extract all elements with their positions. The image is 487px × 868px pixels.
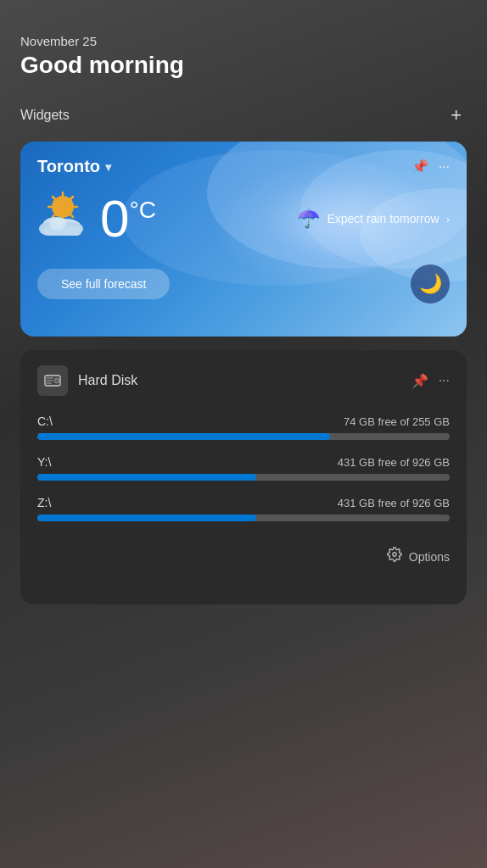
- weather-pin-icon[interactable]: 📌: [411, 159, 428, 175]
- avatar-icon: 🌙: [419, 273, 442, 295]
- disk-widget-actions: 📌 ···: [411, 373, 450, 389]
- drive-y-progress-fill: [37, 474, 256, 481]
- date-text: November 25: [20, 34, 467, 48]
- disk-widget-icon: [37, 365, 68, 396]
- weather-avatar: 🌙: [411, 264, 450, 303]
- drive-y-label: Y:\: [37, 455, 51, 469]
- rain-icon: ☂️: [297, 208, 320, 230]
- svg-line-9: [53, 197, 55, 199]
- add-widget-button[interactable]: +: [445, 103, 467, 128]
- disk-drive-y-row: Y:\ 431 GB free of 926 GB: [37, 455, 450, 469]
- svg-line-11: [70, 197, 73, 199]
- options-gear-icon: [387, 547, 402, 566]
- weather-more-icon[interactable]: ···: [439, 159, 450, 175]
- disk-title-section: Hard Disk: [37, 365, 137, 396]
- disk-drive-y: Y:\ 431 GB free of 926 GB: [37, 455, 450, 481]
- weather-rain-info[interactable]: ☂️ Expect rain tomorrow ›: [297, 208, 450, 230]
- drive-z-progress-bar: [37, 515, 450, 521]
- disk-more-icon[interactable]: ···: [439, 373, 450, 388]
- drive-c-progress-fill: [37, 433, 330, 440]
- disk-drive-c: C:\ 74 GB free of 255 GB: [37, 415, 450, 440]
- svg-line-12: [53, 214, 55, 217]
- weather-actions: 📌 ···: [411, 159, 450, 175]
- drive-z-progress-fill: [37, 515, 256, 521]
- options-row[interactable]: Options: [37, 547, 450, 566]
- greeting-text: Good morning: [20, 52, 467, 79]
- rain-text: Expect rain tomorrow: [327, 212, 439, 225]
- svg-line-10: [70, 214, 73, 217]
- weather-widget: Toronto ▾ 📌 ···: [20, 142, 467, 337]
- weather-location[interactable]: Toronto ▾: [37, 157, 111, 176]
- weather-condition-icon: [37, 190, 92, 248]
- disk-widget: Hard Disk 📌 ··· C:\ 74 GB free of 255 GB…: [20, 350, 467, 604]
- rain-chevron-icon: ›: [446, 213, 450, 225]
- drive-y-progress-bar: [37, 474, 450, 481]
- see-full-forecast-button[interactable]: See full forecast: [37, 269, 170, 299]
- weather-bottom-row: See full forecast 🌙: [37, 264, 450, 303]
- drive-c-progress-bar: [37, 433, 450, 440]
- weather-main: 0°C ☂️ Expect rain tomorrow ›: [37, 190, 450, 248]
- temp-unit: °C: [129, 197, 155, 223]
- disk-drive-z-row: Z:\ 431 GB free of 926 GB: [37, 496, 450, 509]
- temperature-display: 0°C: [100, 192, 156, 245]
- disk-widget-header: Hard Disk 📌 ···: [37, 365, 450, 396]
- drive-z-label: Z:\: [37, 496, 51, 509]
- drive-z-space: 431 GB free of 926 GB: [338, 497, 450, 509]
- header: November 25 Good morning: [20, 34, 467, 79]
- widgets-header: Widgets +: [20, 103, 467, 128]
- location-chevron-icon: ▾: [105, 160, 111, 174]
- widgets-label: Widgets: [20, 108, 70, 123]
- drive-y-space: 431 GB free of 926 GB: [338, 456, 450, 469]
- options-label: Options: [409, 550, 450, 564]
- svg-point-18: [49, 218, 66, 230]
- disk-drive-c-row: C:\ 74 GB free of 255 GB: [37, 415, 450, 428]
- weather-temp-section: 0°C: [37, 190, 156, 248]
- weather-top-row: Toronto ▾ 📌 ···: [37, 157, 450, 176]
- drive-c-space: 74 GB free of 255 GB: [344, 415, 450, 428]
- svg-point-21: [56, 380, 58, 381]
- temp-value: 0: [100, 189, 129, 248]
- disk-widget-title: Hard Disk: [78, 373, 137, 388]
- disk-pin-icon[interactable]: 📌: [411, 373, 428, 389]
- disk-drive-z: Z:\ 431 GB free of 926 GB: [37, 496, 450, 521]
- location-name: Toronto: [37, 157, 100, 176]
- drive-c-label: C:\: [37, 415, 53, 428]
